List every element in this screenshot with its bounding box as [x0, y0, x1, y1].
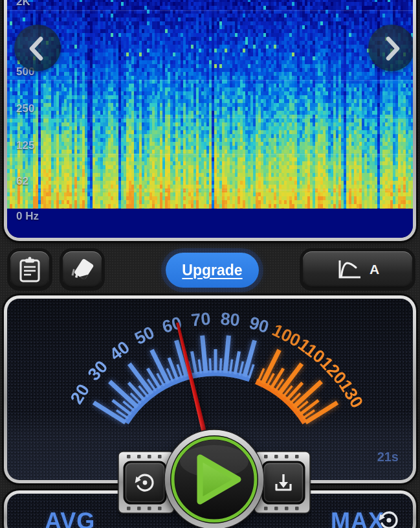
play-button[interactable]: [164, 430, 264, 528]
reset-button[interactable]: [124, 462, 166, 503]
spectrogram-panel: 2K500250125620 Hz: [4, 0, 416, 241]
max-reset-button[interactable]: [376, 507, 402, 528]
upgrade-label: Upgrade: [182, 262, 242, 279]
svg-text:20: 20: [67, 381, 93, 407]
weighting-letter: A: [370, 262, 379, 277]
svg-text:40: 40: [106, 338, 133, 365]
svg-text:70: 70: [190, 309, 212, 330]
freq-label: 250: [16, 102, 34, 115]
rotate-ccw-icon: [376, 507, 402, 528]
svg-text:50: 50: [131, 323, 157, 349]
app-screen: 2K500250125620 Hz: [0, 0, 420, 528]
freq-label: 125: [16, 139, 34, 152]
export-button[interactable]: [263, 462, 304, 503]
cards-icon: [69, 256, 96, 283]
freq-label: 62: [16, 175, 28, 188]
freq-label: 2K: [16, 0, 30, 8]
views-button[interactable]: [63, 251, 102, 288]
svg-text:30: 30: [84, 357, 111, 384]
svg-text:90: 90: [247, 313, 271, 337]
spectrogram-back-button[interactable]: [14, 25, 61, 71]
frequency-curve-icon: [336, 258, 362, 281]
spectrogram-forward-button[interactable]: [368, 25, 413, 71]
weighting-button[interactable]: A: [303, 251, 412, 288]
elapsed-time: 21s: [377, 450, 399, 465]
svg-text:80: 80: [219, 309, 241, 330]
avg-label: AVG: [45, 508, 95, 528]
spectrogram-display: 2K500250125620 Hz: [7, 0, 413, 238]
clipboard-icon: [18, 256, 41, 283]
chevron-left-icon: [14, 25, 61, 71]
transport-cluster: [117, 426, 311, 528]
freq-label: 0 Hz: [16, 210, 39, 223]
report-button[interactable]: [10, 251, 49, 288]
spectrogram-canvas: [7, 0, 413, 238]
upgrade-button[interactable]: Upgrade: [166, 253, 259, 288]
chevron-right-icon: [368, 25, 413, 71]
